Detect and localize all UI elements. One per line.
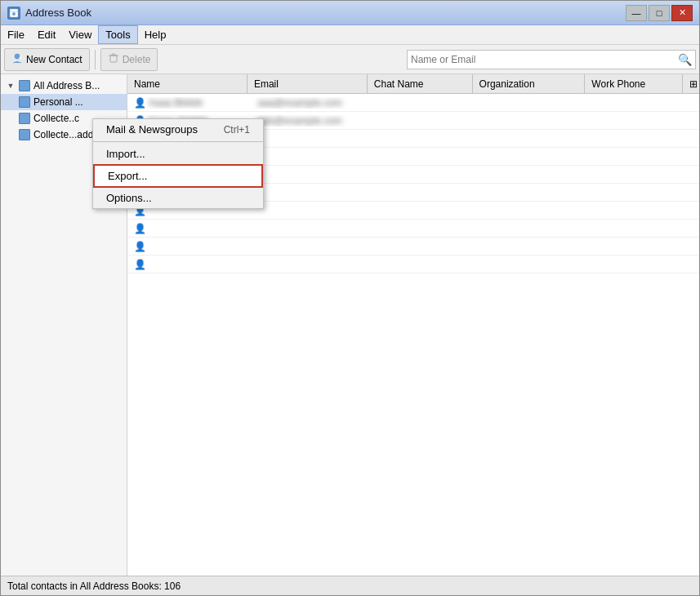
cell-email: bbb@example.com xyxy=(251,115,374,127)
collected-addresses-icon xyxy=(19,129,30,140)
contact-icon: 👤 xyxy=(134,241,145,252)
menu-file[interactable]: File xyxy=(1,25,31,44)
table-header: Name Email Chat Name Organization Work P… xyxy=(127,74,699,94)
status-bar: Total contacts in All Address Books: 106 xyxy=(1,576,699,595)
personal-book-icon xyxy=(19,96,30,108)
menu-help[interactable]: Help xyxy=(138,25,173,44)
new-contact-icon: + xyxy=(11,52,23,66)
app-icon xyxy=(7,7,20,20)
title-bar-left: Address Book xyxy=(7,7,91,20)
sidebar-label-collected: Collecte..c xyxy=(33,113,79,124)
toolbar-separator xyxy=(95,50,96,69)
status-text: Total contacts in All Address Books: 106 xyxy=(7,580,181,592)
menu-bar: File Edit View Tools Help xyxy=(1,25,699,45)
col-header-phone[interactable]: Work Phone xyxy=(585,74,683,93)
mail-newsgroups-shortcut: Ctrl+1 xyxy=(224,124,250,136)
search-input[interactable] xyxy=(411,54,678,65)
main-window: Address Book — □ ✕ File Edit View Tools … xyxy=(0,0,700,596)
contact-icon: 👤 xyxy=(134,223,145,234)
close-button[interactable]: ✕ xyxy=(671,5,693,21)
tools-dropdown-menu: Mail & Newsgroups Ctrl+1 Import... Expor… xyxy=(92,118,264,209)
table-row[interactable]: 👤 xyxy=(127,238,699,256)
collected-book-icon xyxy=(19,113,30,124)
relative-wrapper: ▼ All Address B... Personal ... Collecte… xyxy=(1,74,699,576)
contact-icon: 👤 xyxy=(134,259,145,270)
sidebar-label-all: All Address B... xyxy=(33,80,100,91)
window-title: Address Book xyxy=(25,7,91,19)
mail-newsgroups-label: Mail & Newsgroups xyxy=(106,123,198,136)
col-header-email[interactable]: Email xyxy=(247,74,368,93)
import-label: Import... xyxy=(106,148,145,160)
delete-icon xyxy=(108,52,119,66)
delete-button[interactable]: Delete xyxy=(100,48,158,71)
maximize-button[interactable]: □ xyxy=(649,5,670,21)
new-contact-button[interactable]: + New Contact xyxy=(4,48,90,71)
col-header-name[interactable]: Name xyxy=(127,74,247,93)
cell-name: 👤 xyxy=(127,241,251,252)
dropdown-item-mail-newsgroups[interactable]: Mail & Newsgroups Ctrl+1 xyxy=(93,119,263,140)
dropdown-item-export[interactable]: Export... xyxy=(93,164,263,188)
title-bar: Address Book — □ ✕ xyxy=(1,1,699,25)
minimize-button[interactable]: — xyxy=(626,5,647,21)
cell-name: 👤 xyxy=(127,223,251,234)
col-header-chat[interactable]: Chat Name xyxy=(368,74,473,93)
dropdown-item-import[interactable]: Import... xyxy=(93,144,263,164)
menu-view[interactable]: View xyxy=(62,25,98,44)
svg-rect-5 xyxy=(110,56,117,62)
col-header-org[interactable]: Organization xyxy=(473,74,586,93)
title-bar-controls: — □ ✕ xyxy=(626,5,693,21)
menu-tools[interactable]: Tools xyxy=(98,25,137,44)
delete-label: Delete xyxy=(123,54,151,65)
cell-email: aaa@example.com xyxy=(251,97,374,109)
search-icon[interactable]: 🔍 xyxy=(678,53,692,66)
contact-icon: 👤 xyxy=(134,97,145,109)
export-label: Export... xyxy=(108,170,147,182)
table-row[interactable]: 👤 Aaaa Bbbbb aaa@example.com xyxy=(127,94,699,112)
options-label: Options... xyxy=(106,192,152,204)
tree-expand-icon: ▼ xyxy=(6,81,16,91)
cell-name: 👤 xyxy=(127,259,251,270)
cell-name: 👤 Aaaa Bbbbb xyxy=(127,97,251,109)
search-box[interactable]: 🔍 xyxy=(407,50,696,69)
sidebar-item-all[interactable]: ▼ All Address B... xyxy=(1,78,127,94)
col-expand[interactable]: ⊞ xyxy=(683,74,699,93)
dropdown-separator xyxy=(93,141,263,142)
svg-rect-7 xyxy=(112,54,115,56)
svg-text:+: + xyxy=(19,55,22,60)
new-contact-label: New Contact xyxy=(26,54,82,65)
table-row[interactable]: 👤 xyxy=(127,220,699,238)
svg-point-2 xyxy=(12,12,16,16)
toolbar: + New Contact Delete 🔍 xyxy=(1,45,699,74)
address-book-icon xyxy=(19,80,30,91)
dropdown-item-options[interactable]: Options... xyxy=(93,188,263,208)
sidebar-item-personal[interactable]: Personal ... xyxy=(1,94,127,110)
menu-edit[interactable]: Edit xyxy=(31,25,62,44)
table-row[interactable]: 👤 xyxy=(127,256,699,274)
sidebar-label-personal: Personal ... xyxy=(33,96,83,108)
